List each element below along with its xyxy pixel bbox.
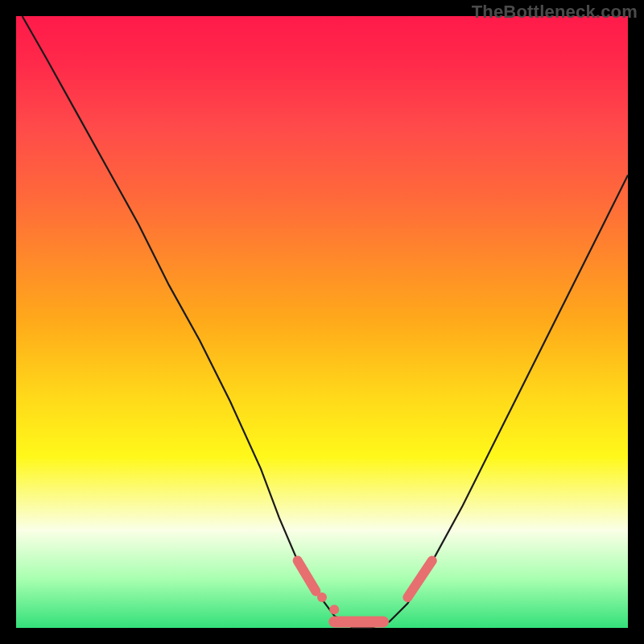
bottleneck-curve <box>23 16 628 628</box>
marker-left-segment <box>298 560 316 591</box>
marker-dot-1 <box>317 592 327 602</box>
marker-dot-2 <box>329 605 339 614</box>
watermark-text: TheBottleneck.com <box>472 2 638 23</box>
plot-area <box>16 16 628 628</box>
marker-right-segment <box>407 560 431 597</box>
curve-svg <box>16 16 628 628</box>
chart-frame: TheBottleneck.com <box>0 0 644 644</box>
